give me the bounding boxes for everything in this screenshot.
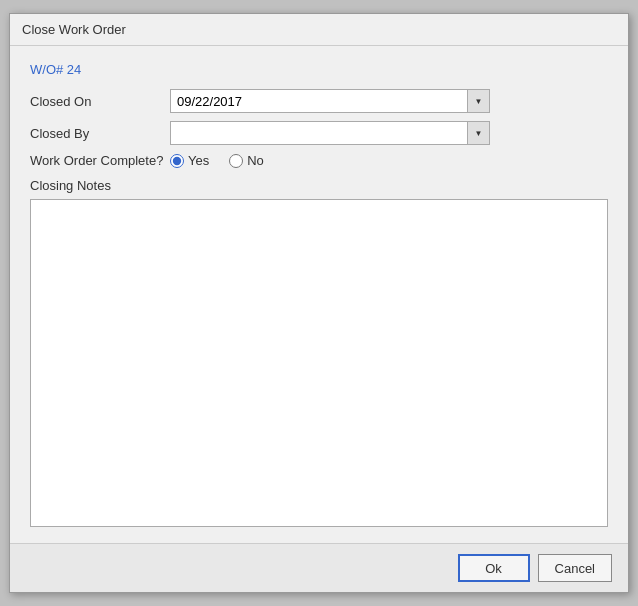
closed-by-row: Closed By <box>30 121 608 145</box>
dialog-title: Close Work Order <box>22 22 126 37</box>
dialog-footer: Ok Cancel <box>10 543 628 592</box>
closed-on-control <box>170 89 490 113</box>
closed-by-control <box>170 121 490 145</box>
radio-no-label[interactable]: No <box>247 153 264 168</box>
radio-no-input[interactable] <box>229 154 243 168</box>
ok-button[interactable]: Ok <box>458 554 530 582</box>
closed-on-dropdown-btn[interactable] <box>467 90 489 112</box>
wo-number: W/O# 24 <box>30 62 608 77</box>
close-work-order-dialog: Close Work Order W/O# 24 Closed On Close… <box>9 13 629 593</box>
work-order-complete-row: Work Order Complete? Yes No <box>30 153 608 168</box>
date-input-wrapper <box>170 89 490 113</box>
closed-on-label: Closed On <box>30 94 170 109</box>
radio-no-option[interactable]: No <box>229 153 264 168</box>
closed-by-select-wrapper <box>170 121 490 145</box>
closed-by-input[interactable] <box>171 122 467 144</box>
closed-by-dropdown-btn[interactable] <box>467 122 489 144</box>
dialog-content: W/O# 24 Closed On Closed By Wor <box>10 46 628 543</box>
radio-yes-input[interactable] <box>170 154 184 168</box>
closed-on-row: Closed On <box>30 89 608 113</box>
radio-group: Yes No <box>170 153 264 168</box>
radio-yes-option[interactable]: Yes <box>170 153 209 168</box>
cancel-button[interactable]: Cancel <box>538 554 612 582</box>
closed-on-input[interactable] <box>171 90 467 112</box>
dialog-title-bar: Close Work Order <box>10 14 628 46</box>
closing-notes-section: Closing Notes <box>30 178 608 527</box>
radio-yes-label[interactable]: Yes <box>188 153 209 168</box>
closing-notes-textarea[interactable] <box>30 199 608 527</box>
work-order-complete-label: Work Order Complete? <box>30 153 170 168</box>
closing-notes-label: Closing Notes <box>30 178 608 193</box>
closed-by-label: Closed By <box>30 126 170 141</box>
